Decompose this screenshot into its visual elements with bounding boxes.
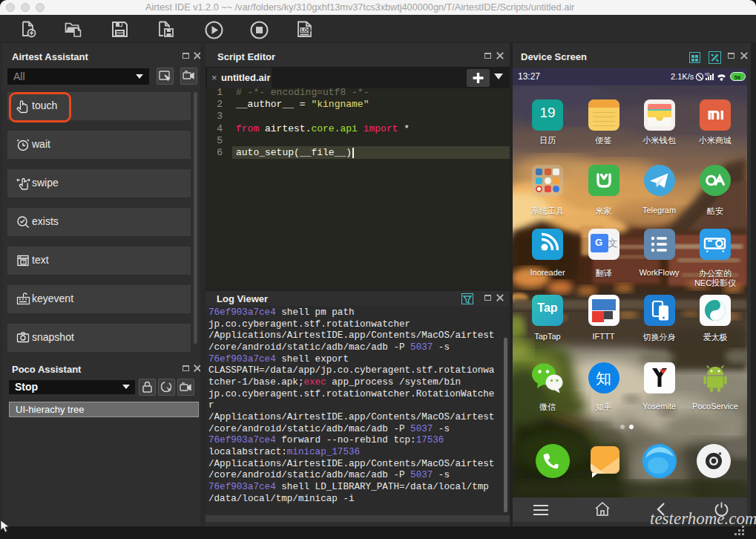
svg-text:T: T [22, 259, 25, 264]
svg-text:HD: HD [705, 73, 710, 76]
svg-text:LOG: LOG [301, 27, 312, 33]
